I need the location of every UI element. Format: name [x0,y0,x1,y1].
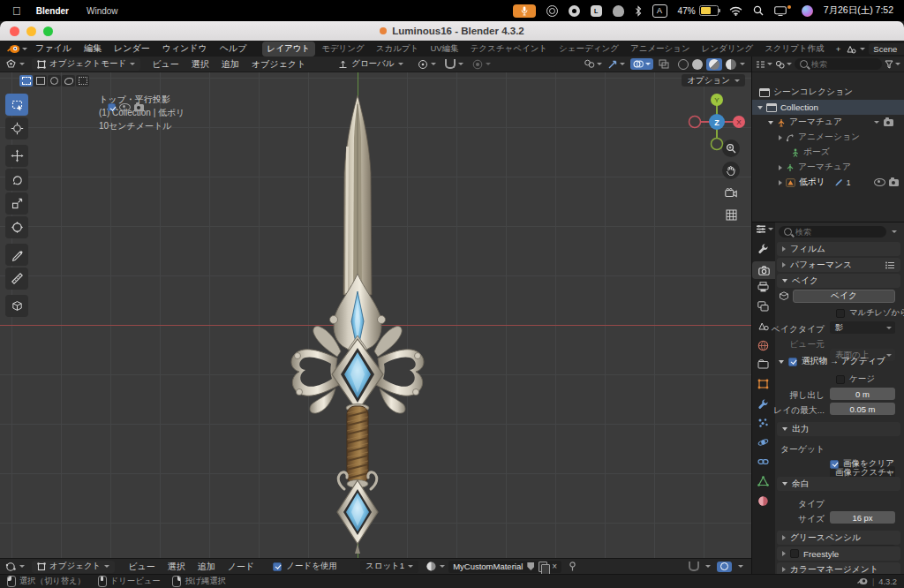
shader-mode-dropdown[interactable]: オブジェクト [32,561,115,573]
expand-icon[interactable] [779,135,782,140]
menu-edit[interactable]: 編集 [78,42,108,55]
measure-tool[interactable] [5,268,28,290]
armature-extra-caret[interactable] [874,121,879,124]
add-workspace-button[interactable]: + [831,42,847,56]
tab-output[interactable] [757,282,769,292]
tweak-tool-button[interactable] [19,75,33,87]
selected-to-active-header[interactable]: 選択物 → アクティブ [779,356,885,367]
shader-overlays-caret[interactable] [738,565,743,568]
outliner-row-pose[interactable]: ポーズ [791,145,830,160]
navigation-gizmo[interactable]: Y X Z [683,88,750,155]
properties-search-caret[interactable] [892,230,897,233]
editor-type-button[interactable] [5,59,25,70]
copy-material-icon[interactable] [539,562,547,572]
scale-tool[interactable] [5,192,28,215]
scene-selector[interactable]: Scene [869,43,904,55]
xray-toggle[interactable] [659,59,669,69]
screen-mirroring-icon[interactable] [774,6,791,16]
collapse-icon[interactable] [768,121,773,124]
collection-checkbox[interactable] [108,103,116,111]
tab-uv-editing[interactable]: UV編集 [425,41,463,57]
shading-material-button[interactable] [706,58,722,71]
outliner-row-armature-object[interactable]: アーマチュア [768,115,842,130]
zoom-window-button[interactable] [43,26,53,36]
tab-animation[interactable]: アニメーション [625,41,696,57]
panel-bake[interactable]: ベイク [777,274,900,288]
viewport-menu-view[interactable]: ビュー [146,58,185,71]
select-box-mini-button[interactable] [34,75,47,87]
mode-dropdown[interactable]: オブジェクトモード [32,58,140,71]
panel-freestyle[interactable]: Freestyle [777,547,900,561]
outliner-row-armature-data[interactable]: アーマチュア [779,160,851,175]
select-box-tool[interactable] [5,94,28,116]
properties-editor-type-button[interactable] [756,224,773,234]
minimize-window-button[interactable] [26,26,36,36]
outliner-filter-dropdown[interactable] [775,60,792,69]
shader-snap-caret[interactable] [705,565,711,568]
material-slot-dropdown[interactable]: スロット1 [360,561,418,573]
use-nodes-checkbox[interactable]: ノードを使用 [273,561,337,572]
tab-rendering[interactable]: レンダリング [697,41,758,57]
sword-model[interactable] [282,83,433,558]
tab-constraints[interactable] [757,456,769,467]
clear-image-checkbox[interactable]: 画像をクリア [830,458,894,470]
select-paint-mini-button[interactable] [76,75,89,87]
gizmos-toggle-dropdown[interactable] [607,59,625,70]
bake-button[interactable]: ベイク [793,290,895,303]
input-source-badge[interactable]: A [652,4,667,18]
shader-snap-toggle[interactable] [689,562,699,571]
pin-material-icon[interactable] [569,562,576,571]
siri-icon[interactable] [802,5,813,17]
properties-search-input[interactable] [795,228,881,237]
tab-scripting[interactable]: スクリプト作成 [759,41,830,57]
select-circle-mini-button[interactable] [48,75,61,87]
tab-tool[interactable] [757,243,769,254]
shader-overlays-toggle[interactable] [717,562,732,572]
menubar-clock[interactable]: 7月26日(土) 7:52 [824,4,893,17]
blender-logo-icon[interactable] [7,44,20,54]
tab-shading[interactable]: シェーディング [554,41,624,57]
panel-divider-vertical[interactable] [751,57,752,574]
hide-mesh-icon[interactable] [874,178,885,186]
shader-editor-type-button[interactable] [5,562,25,572]
outliner-row-animation[interactable]: アニメーション [779,130,860,145]
extrusion-value-field[interactable]: 0 m [830,388,895,400]
outliner-funnel-dropdown[interactable] [885,60,900,69]
scene-type-icon[interactable] [846,44,856,54]
hide-collection-icon[interactable] [119,103,131,111]
bake-type-dropdown[interactable]: 影 [830,321,895,334]
panel-film[interactable]: フィルム [777,242,900,256]
shading-rendered-button[interactable] [726,59,736,70]
toggle-grid-button[interactable] [722,206,740,223]
proportional-editing-dropdown[interactable] [472,59,491,70]
app-menu-window[interactable]: Window [80,6,124,16]
bluetooth-icon[interactable] [635,5,642,17]
transform-orientation-dropdown[interactable]: グローバル [333,58,408,71]
snap-toggle[interactable] [445,59,456,69]
collapse-icon[interactable] [757,106,763,109]
tab-texture-paint[interactable]: テクスチャペイント [465,41,554,57]
panel-divider-horizontal[interactable] [752,222,904,222]
tab-particles[interactable] [757,418,769,428]
overlays-toggle-dropdown[interactable] [630,58,653,70]
mic-status-button[interactable] [513,4,536,18]
max-ray-value-field[interactable]: 0.05 m [830,403,895,415]
annotate-tool[interactable] [5,244,28,266]
camera-view-button[interactable] [722,184,740,201]
outliner-row-lowpoly-mesh[interactable]: 低ポリ 1 [779,175,851,190]
tab-collection[interactable] [757,359,769,369]
wifi-icon[interactable] [729,6,742,16]
shader-menu-node[interactable]: ノード [222,561,260,573]
preset-menu-icon[interactable] [885,261,895,269]
panel-performance[interactable]: パフォーマンス [777,258,900,272]
viewport-menu-select[interactable]: 選択 [185,58,215,71]
close-window-button[interactable] [10,26,19,36]
tab-render-active[interactable] [752,261,775,279]
rotate-tool[interactable] [5,169,28,191]
app-menu-blender[interactable]: Blender [30,6,75,16]
outliner-row-collection[interactable]: Collection [757,100,818,115]
cage-checkbox[interactable]: ケージ [836,373,875,385]
tab-object-data[interactable] [757,476,769,486]
disable-render-mesh-icon[interactable] [889,179,899,186]
snap-options-caret[interactable] [458,63,463,65]
